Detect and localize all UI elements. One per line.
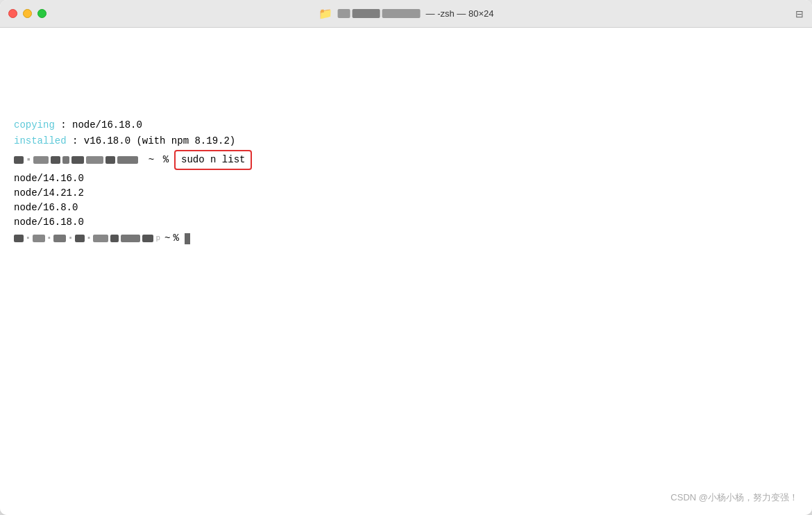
maximize-button[interactable]: [37, 9, 46, 18]
split-icon[interactable]: ⊟: [795, 8, 804, 19]
terminal-window: 📁 — -zsh — 80×24 ⊟ copying : node/16.18.…: [0, 0, 812, 515]
title-bar-shell: — -zsh — 80×24: [426, 8, 494, 19]
prompt-tilde: ~: [142, 153, 160, 167]
folder-icon: 📁: [319, 7, 332, 20]
prompt-command-line: ▪ ~ % sudo n list: [14, 150, 798, 170]
copying-line: copying : node/16.18.0: [14, 118, 798, 133]
copying-label: copying: [14, 118, 55, 133]
prompt-prefix-blurred: ▪: [14, 153, 138, 167]
command-sudo-n-list: sudo n list: [174, 150, 252, 170]
terminal-cursor: [185, 233, 190, 244]
bottom-prompt-percent: %: [173, 231, 178, 246]
bottom-prompt-tilde: ~: [164, 231, 170, 246]
node-list-item-3: node/16.8.0: [14, 201, 798, 215]
close-button[interactable]: [8, 9, 17, 18]
installed-value: : v16.18.0 (with npm 8.19.2): [67, 134, 236, 149]
title-bar: 📁 — -zsh — 80×24 ⊟: [0, 0, 812, 28]
watermark: CSDN @小杨小杨，努力变强！: [670, 491, 798, 505]
terminal-content: copying : node/16.18.0 installed : v16.1…: [14, 118, 798, 246]
node-list-item-4: node/16.18.0: [14, 215, 798, 230]
node-list-item-1: node/14.16.0: [14, 171, 798, 186]
copying-value: : node/16.18.0: [55, 118, 142, 133]
bottom-prompt-line: ▪ ▪ ▪ ▪ p ~ %: [14, 231, 798, 246]
title-bar-title: 📁 — -zsh — 80×24: [319, 7, 494, 20]
minimize-button[interactable]: [23, 9, 32, 18]
installed-label: installed: [14, 134, 67, 149]
title-bar-right: ⊟: [795, 8, 804, 20]
installed-line: installed : v16.18.0 (with npm 8.19.2): [14, 134, 798, 149]
node-list-item-2: node/14.21.2: [14, 186, 798, 201]
prompt-percent: %: [163, 153, 169, 167]
terminal-body[interactable]: copying : node/16.18.0 installed : v16.1…: [0, 28, 812, 515]
traffic-lights: [8, 9, 46, 18]
bottom-prompt-blurred: ▪ ▪ ▪ ▪ p: [14, 233, 160, 244]
title-bar-blurred: [338, 9, 421, 18]
